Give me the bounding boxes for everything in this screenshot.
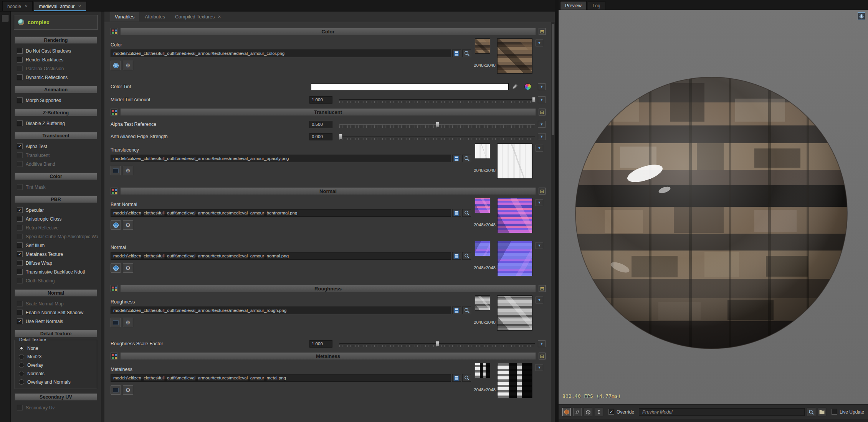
gear-icon[interactable]: ⚙ (123, 263, 133, 273)
image-icon[interactable] (111, 385, 121, 395)
shader-selector[interactable]: complex (14, 15, 98, 30)
radio-normals[interactable]: Normals (16, 369, 96, 378)
gear-icon[interactable]: ⚙ (123, 385, 133, 395)
section-title[interactable]: Color (120, 28, 536, 35)
checkbox-icon[interactable] (17, 97, 23, 103)
tab-hoodie[interactable]: hoodie ✕ (2, 1, 33, 11)
radio-none[interactable]: None (16, 344, 96, 353)
gear-icon[interactable]: ⚙ (123, 318, 133, 327)
normal-thumbnail-large[interactable] (497, 241, 532, 276)
radio-overlay[interactable]: Overlay (16, 361, 96, 369)
dropdown-arrow-icon[interactable]: ▼ (536, 242, 543, 249)
checkbox-icon[interactable] (17, 216, 23, 222)
checkbox-self-illum[interactable]: Self Illum (14, 241, 98, 250)
section-title[interactable]: Metalness (120, 352, 536, 360)
globe-icon[interactable] (111, 263, 121, 273)
section-title[interactable]: Normal (120, 187, 536, 195)
collapse-icon[interactable]: ⊟ (539, 285, 546, 292)
dropdown-arrow-icon[interactable]: ▼ (536, 297, 543, 303)
checkbox-enable-normal-self-shadow[interactable]: Enable Normal Self Shadow (14, 308, 98, 317)
tab-compiled-textures[interactable]: Compiled Textures✕ (170, 12, 226, 21)
tab-log[interactable]: Log (588, 1, 605, 10)
anti-aliased-edge-strength-slider[interactable] (339, 133, 536, 140)
image-icon[interactable] (111, 166, 121, 175)
metalness-texture-path-input[interactable] (111, 374, 451, 382)
roughness-scale-factor-value[interactable] (309, 340, 332, 348)
collapse-icon[interactable]: ⊟ (539, 188, 546, 195)
checkbox-icon[interactable] (17, 251, 23, 257)
collapse-icon[interactable]: ⊟ (539, 28, 546, 35)
translucency-thumbnail-small[interactable] (475, 143, 490, 159)
checkbox-metalness-texture[interactable]: Metalness Texture (14, 250, 98, 259)
panel-splitter[interactable] (555, 0, 559, 422)
slider-handle[interactable] (436, 341, 439, 346)
color-section-header[interactable]: Color ⊟ (111, 27, 546, 36)
radio-icon[interactable] (19, 379, 24, 385)
save-icon[interactable] (452, 155, 461, 162)
checkbox-icon[interactable] (17, 120, 23, 126)
live-update-checkbox[interactable]: Live Update (832, 409, 864, 415)
radio-icon[interactable] (19, 354, 24, 359)
radio-icon[interactable] (19, 363, 24, 368)
section-title[interactable]: Roughness (120, 285, 536, 292)
box-preview-icon[interactable] (584, 408, 592, 416)
checkbox-use-bent-normals[interactable]: Use Bent Normals (14, 317, 98, 326)
dropdown-arrow-icon[interactable]: ▼ (538, 340, 546, 347)
color-thumbnail-large[interactable] (497, 38, 532, 74)
checkbox-do-not-cast-shadows[interactable]: Do Not Cast Shadows (14, 46, 98, 55)
panel-icon[interactable] (2, 15, 8, 21)
metalness-thumbnail-small[interactable] (475, 363, 490, 378)
browse-icon[interactable] (818, 408, 826, 416)
translucency-texture-path-input[interactable] (111, 155, 451, 162)
radio-overlay-and-normals[interactable]: Overlay and Normals (16, 378, 96, 386)
model-tint-amount-slider[interactable] (339, 96, 536, 104)
dropdown-arrow-icon[interactable]: ▼ (538, 121, 546, 128)
checkbox-icon[interactable] (17, 242, 23, 248)
bent-normal-texture-path-input[interactable] (111, 209, 451, 217)
radio-icon[interactable] (19, 346, 24, 351)
override-checkbox[interactable]: Override (608, 409, 634, 415)
scrollbar-thumb[interactable] (552, 24, 554, 135)
preview-model-input[interactable] (639, 408, 805, 416)
slider-handle[interactable] (339, 134, 342, 139)
dropdown-arrow-icon[interactable]: ▼ (536, 145, 543, 152)
checkbox-transmissive-backface-ndotl[interactable]: Transmissive Backface Ndotl (14, 267, 98, 276)
plane-preview-icon[interactable] (573, 408, 582, 416)
slider-handle[interactable] (436, 122, 439, 127)
alpha-test-reference-slider[interactable] (339, 120, 536, 128)
tab-attributes[interactable]: Attributes (140, 12, 170, 21)
save-icon[interactable] (452, 374, 461, 382)
alpha-test-reference-value[interactable] (309, 121, 332, 128)
roughness-texture-path-input[interactable] (111, 307, 451, 314)
tab-preview[interactable]: Preview (560, 1, 587, 10)
checkbox-icon[interactable] (17, 310, 23, 315)
save-icon[interactable] (452, 209, 461, 217)
checkbox-icon[interactable] (17, 207, 23, 213)
checkbox-anisotropic-gloss[interactable]: Anisotropic Gloss (14, 214, 98, 223)
eyedropper-icon[interactable] (510, 82, 519, 91)
anti-aliased-edge-strength-value[interactable] (309, 133, 332, 140)
checkbox-alpha-test[interactable]: Alpha Test (14, 142, 98, 151)
slider-handle[interactable] (532, 97, 536, 102)
roughness-thumbnail-large[interactable] (497, 295, 532, 331)
color-texture-path-input[interactable] (111, 49, 451, 57)
dropdown-arrow-icon[interactable]: ▼ (536, 199, 543, 206)
checkbox-icon[interactable] (17, 57, 23, 63)
preview-sphere[interactable] (574, 76, 849, 350)
normal-section-header[interactable]: Normal ⊟ (111, 186, 546, 196)
color-wheel-icon[interactable] (523, 82, 532, 91)
close-icon[interactable]: ✕ (218, 15, 221, 19)
magnifier-icon[interactable] (462, 49, 471, 57)
translucency-thumbnail-large[interactable] (497, 143, 532, 179)
search-icon[interactable] (807, 408, 815, 416)
checkbox-dynamic-reflections[interactable]: Dynamic Reflections (14, 73, 98, 82)
roughness-thumbnail-small[interactable] (475, 295, 490, 311)
checkbox-icon[interactable] (608, 409, 614, 415)
checkbox-icon[interactable] (832, 409, 837, 415)
checkbox-icon[interactable] (17, 318, 23, 324)
magnifier-icon[interactable] (462, 374, 471, 382)
globe-icon[interactable] (111, 61, 121, 70)
collapse-icon[interactable]: ⊟ (539, 109, 546, 115)
close-icon[interactable]: ✕ (25, 4, 28, 8)
globe-icon[interactable] (111, 220, 121, 230)
